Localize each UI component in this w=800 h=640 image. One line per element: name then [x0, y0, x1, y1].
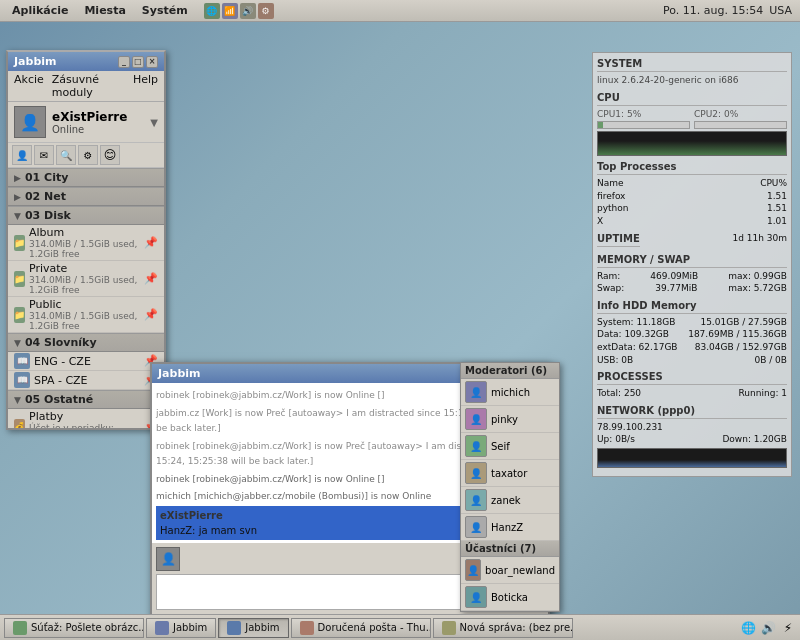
- sysmon-hdd-ext-free: 83.04GB / 152.97GB: [695, 341, 787, 354]
- sysmon-section-system: SYSTEM linux 2.6.24-20-generic on i686: [597, 57, 787, 87]
- menu-system[interactable]: Systém: [136, 2, 194, 19]
- panel-icon-3[interactable]: 🔊: [240, 3, 256, 19]
- hanzz-name: HanzZ: [491, 522, 523, 533]
- sysmon-section-hdd: Info HDD Memory System: 11.18GB 15.01GB …: [597, 299, 787, 366]
- sysmon-section-cpu: CPU CPU1: 5% CPU2: 0%: [597, 91, 787, 157]
- roster-win-controls: _ □ ×: [118, 56, 158, 68]
- roster-tool-2[interactable]: ✉: [34, 145, 54, 165]
- group-arrow-04: ▼: [14, 338, 21, 348]
- contacts-pinky[interactable]: 👤 pinky: [461, 406, 559, 433]
- public-name: Public: [29, 298, 140, 311]
- taskbar-item-0[interactable]: Súťaž: Pošlete obrázc...: [4, 618, 144, 638]
- contacts-michich[interactable]: 👤 michich: [461, 379, 559, 406]
- roster-group-05-ostatne[interactable]: ▼ 05 Ostatné: [8, 390, 164, 409]
- roster-status-arrow[interactable]: ▼: [150, 117, 158, 128]
- sysmon-net-down: Down: 1.20GB: [722, 433, 787, 446]
- roster-group-04-slovniky[interactable]: ▼ 04 Slovníky: [8, 333, 164, 352]
- sysmon-section-processes: Top Processes Name CPU% firefox 1.51 pyt…: [597, 160, 787, 227]
- private-size: 314.0MiB / 1.5GiB used, 1.2GiB free: [29, 275, 140, 295]
- group-arrow-05: ▼: [14, 395, 21, 405]
- panel-icon-1[interactable]: 🌐: [204, 3, 220, 19]
- contacts-boar[interactable]: 👤 boar_newland: [461, 557, 559, 584]
- roster-tool-1[interactable]: 👤: [12, 145, 32, 165]
- desktop: Aplikácie Miesta Systém 🌐 📶 🔊 ⚙ Po. 11. …: [0, 0, 800, 640]
- boar-avatar: 👤: [465, 559, 481, 581]
- spa-cze-icon: 📖: [14, 372, 30, 388]
- roster-tool-4[interactable]: ⚙: [78, 145, 98, 165]
- group-arrow-01: ▶: [14, 173, 21, 183]
- sysmon-processes-title: Top Processes: [597, 160, 787, 175]
- contacts-moderatori-header[interactable]: Moderatori (6): [461, 363, 559, 379]
- sysmon-hdd-usb-label: USB: 0B: [597, 354, 633, 367]
- panel-icon-2[interactable]: 📶: [222, 3, 238, 19]
- contacts-boticka[interactable]: 👤 Boticka: [461, 584, 559, 611]
- roster-menu-akcie[interactable]: Akcie: [14, 73, 44, 99]
- roster-user-info: eXistPierre Online: [52, 110, 127, 135]
- panel-icon-4[interactable]: ⚙: [258, 3, 274, 19]
- roster-item-spa-cze[interactable]: 📖 SPA - CZE 📌: [8, 371, 164, 390]
- taskbar-label-3: Doručená pošta - Thu...: [318, 622, 431, 633]
- roster-item-public[interactable]: 📁 Public 314.0MiB / 1.5GiB used, 1.2GiB …: [8, 297, 164, 333]
- tray-icon-network[interactable]: 🌐: [740, 620, 756, 636]
- taskbar-item-1[interactable]: Jabbim: [146, 618, 216, 638]
- chat-title: Jabbim: [158, 367, 201, 380]
- sysmon-hdd-ext-label: extData: 62.17GB: [597, 341, 678, 354]
- roster-toolbar: 👤 ✉ 🔍 ⚙ 😊: [8, 143, 164, 168]
- sysmon-ram-row: Ram: 469.09MiB max: 0.99GB: [597, 270, 787, 283]
- taskbar-item-3[interactable]: Doručená pošta - Thu...: [291, 618, 431, 638]
- zanek-name: zanek: [491, 495, 521, 506]
- roster-item-eng-cze[interactable]: 📖 ENG - CZE 📌: [8, 352, 164, 371]
- sysmon-graph-line: [598, 141, 786, 155]
- chat-user-5: eXistPierre: [160, 510, 223, 521]
- taskbar-icon-1: [155, 621, 169, 635]
- menu-aplikacie[interactable]: Aplikácie: [6, 2, 74, 19]
- roster-tool-emoji[interactable]: 😊: [100, 145, 120, 165]
- chat-text-5: HanzZ: ja mam svn: [160, 525, 257, 536]
- sysmon-hdd-data-label: Data: 109.32GB: [597, 328, 669, 341]
- platby-size: Účet je v poriadku: 240,21 Kč / 366,4: [29, 423, 140, 428]
- seif-avatar: 👤: [465, 435, 487, 457]
- private-icon: 📁: [14, 271, 25, 287]
- sysmon-net-graph: [597, 448, 787, 468]
- taskbar-icon-0: [13, 621, 27, 635]
- sysmon-cpu1-wrap: CPU1: 5%: [597, 108, 690, 130]
- sysmon-uptime-row: UPTIME 1d 11h 30m: [597, 232, 787, 249]
- eng-cze-name: ENG - CZE: [34, 355, 91, 368]
- sysmon-cpu1-bar: [597, 121, 690, 129]
- contacts-hanzz[interactable]: 👤 HanzZ: [461, 514, 559, 541]
- sysmon-net-up: Up: 0B/s: [597, 433, 635, 446]
- roster-group-02-net[interactable]: ▶ 02 Net: [8, 187, 164, 206]
- roster-item-platby[interactable]: 💰 Platby Účet je v poriadku: 240,21 Kč /…: [8, 409, 164, 428]
- sysmon-cpu2-label: CPU2: 0%: [694, 108, 787, 121]
- contacts-seif[interactable]: 👤 Seif: [461, 433, 559, 460]
- group-name-02: 02 Net: [25, 190, 66, 203]
- tray-icon-volume[interactable]: 🔊: [760, 620, 776, 636]
- tray-icon-power[interactable]: ⚡: [780, 620, 796, 636]
- proc-col-cpu: CPU%: [760, 177, 787, 190]
- contacts-ucastnici-header[interactable]: Účastníci (7): [461, 541, 559, 557]
- taskbar-label-0: Súťaž: Pošlete obrázc...: [31, 622, 144, 633]
- taskbar-item-4[interactable]: Nová správa: (bez pre...: [433, 618, 573, 638]
- roster-close-btn[interactable]: ×: [146, 56, 158, 68]
- top-panel-icons: 🌐 📶 🔊 ⚙: [200, 3, 278, 19]
- contacts-taxator[interactable]: 👤 taxator: [461, 460, 559, 487]
- roster-item-private[interactable]: 📁 Private 314.0MiB / 1.5GiB used, 1.2GiB…: [8, 261, 164, 297]
- roster-menu-help[interactable]: Help: [133, 73, 158, 99]
- roster-item-album[interactable]: 📁 Album 314.0MiB / 1.5GiB used, 1.2GiB f…: [8, 225, 164, 261]
- taskbar-right: 🌐 🔊 ⚡: [740, 620, 796, 636]
- roster-menu-zasuvne[interactable]: Zásuvné moduly: [52, 73, 125, 99]
- proc-2-cpu: 1.51: [767, 202, 787, 215]
- platby-icon: 💰: [14, 419, 25, 429]
- taskbar-item-2[interactable]: Jabbim: [218, 618, 288, 638]
- taskbar-label-1: Jabbim: [173, 622, 207, 633]
- group-arrow-03: ▼: [14, 211, 21, 221]
- group-arrow-02: ▶: [14, 192, 21, 202]
- menu-miesta[interactable]: Miesta: [78, 2, 131, 19]
- roster-group-01-city[interactable]: ▶ 01 City: [8, 168, 164, 187]
- contacts-zanek[interactable]: 👤 zanek: [461, 487, 559, 514]
- proc-3-name: X: [597, 215, 603, 228]
- roster-group-03-disk[interactable]: ▼ 03 Disk: [8, 206, 164, 225]
- roster-minimize-btn[interactable]: _: [118, 56, 130, 68]
- roster-tool-3[interactable]: 🔍: [56, 145, 76, 165]
- roster-maximize-btn[interactable]: □: [132, 56, 144, 68]
